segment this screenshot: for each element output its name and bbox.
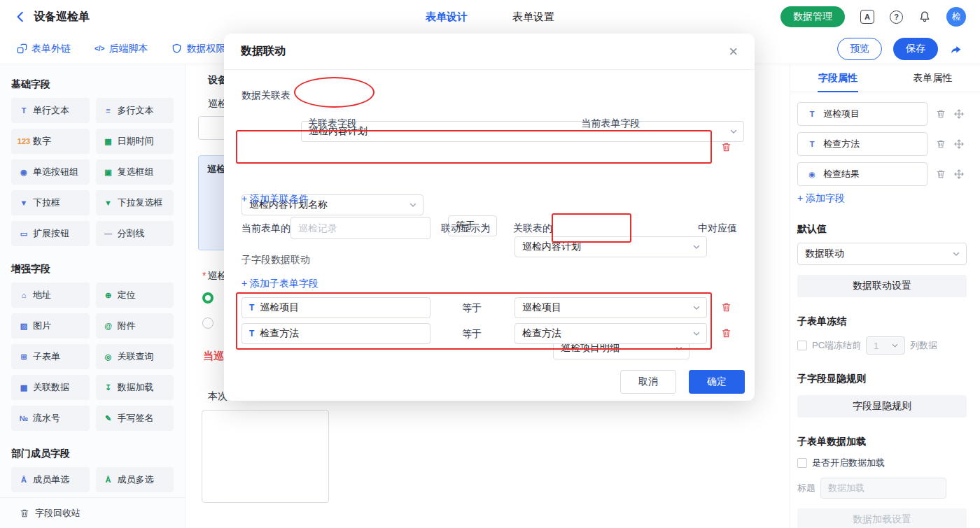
subfield-list: T 巡检项目 T 检查方法 bbox=[797, 102, 965, 186]
sidebar-field-button[interactable]: ◉ 单选按钮组 bbox=[11, 159, 90, 185]
tab-form-design[interactable]: 表单设计 bbox=[426, 10, 468, 24]
back-button[interactable] bbox=[14, 10, 27, 23]
language-icon[interactable]: A bbox=[860, 10, 874, 24]
visibility-rules-title: 子字段显隐规则 bbox=[797, 373, 965, 385]
sidebar-field-button[interactable]: ≡ 多行文本 bbox=[96, 98, 174, 123]
delete-subfield-icon[interactable] bbox=[721, 328, 732, 338]
field-type-icon: ◉ bbox=[17, 168, 31, 177]
subfield-target-select[interactable]: 检查方法 bbox=[514, 323, 707, 344]
data-load-settings-button[interactable]: 数据加载设置 bbox=[797, 508, 967, 528]
chevron-down-icon bbox=[692, 329, 701, 338]
sidebar-field-button[interactable]: ↧ 数据加载 bbox=[96, 375, 174, 400]
sidebar-field-button[interactable]: ⊞ 子表单 bbox=[11, 344, 90, 369]
radio-option-selected[interactable] bbox=[202, 292, 214, 304]
sidebar-field-button[interactable]: Å 成员多选 bbox=[96, 467, 174, 492]
data-load-checkbox[interactable] bbox=[797, 458, 807, 468]
column-header-left: 关联表字段 bbox=[241, 117, 424, 130]
preview-button[interactable]: 预览 bbox=[837, 38, 882, 60]
sidebar-field-button[interactable]: ▨ 图片 bbox=[11, 313, 90, 338]
radio-option-unselected[interactable] bbox=[202, 317, 214, 329]
move-field-icon[interactable] bbox=[954, 139, 964, 149]
sidebar-field-button[interactable]: 123 数字 bbox=[11, 129, 90, 154]
default-value-select[interactable]: 数据联动 bbox=[797, 243, 967, 265]
tab-form-properties[interactable]: 表单属性 bbox=[886, 64, 980, 92]
subfield-source-label: 巡检项目 bbox=[260, 301, 299, 314]
field-type-icon: ⊞ bbox=[17, 352, 31, 362]
text-field-icon: T bbox=[249, 303, 254, 313]
title-field-label: 标题 bbox=[797, 482, 816, 494]
cancel-button[interactable]: 取消 bbox=[620, 370, 676, 394]
freeze-count-select[interactable]: 1 bbox=[866, 336, 905, 355]
sidebar-field-button[interactable]: № 流水号 bbox=[11, 406, 90, 431]
canvas-image-upload-box[interactable] bbox=[202, 410, 329, 503]
condition-target-select[interactable]: 巡检内容计划 bbox=[514, 236, 707, 257]
current-field-input[interactable] bbox=[290, 217, 430, 239]
subfield-source-box[interactable]: T 检查方法 bbox=[241, 323, 430, 344]
data-load-title-input[interactable]: 数据加载 bbox=[820, 478, 946, 499]
sidebar-field-button[interactable]: ◎ 关联查询 bbox=[96, 344, 174, 369]
language-glyph: A bbox=[864, 13, 870, 21]
tab-form-settings[interactable]: 表单设置 bbox=[512, 10, 554, 24]
sidebar-field-button[interactable]: ▩ 关联数据 bbox=[11, 375, 90, 400]
sidebar-field-button[interactable]: ▼ 下拉框 bbox=[11, 190, 90, 215]
add-subfield-link[interactable]: + 添加子表单字段 bbox=[241, 278, 318, 290]
sidebar-field-button[interactable]: ▦ 日期时间 bbox=[96, 129, 174, 154]
move-field-icon[interactable] bbox=[954, 109, 964, 119]
add-field-link[interactable]: + 添加字段 bbox=[797, 192, 965, 205]
chevron-down-icon bbox=[952, 250, 960, 258]
move-field-icon[interactable] bbox=[954, 169, 964, 179]
sidebar-field-button[interactable]: Å 成员单选 bbox=[11, 467, 90, 492]
map-row-suffix: 中对应值 bbox=[698, 217, 737, 239]
header-actions: 数据管理 A ? 检 bbox=[780, 6, 966, 27]
sidebar-field-button[interactable]: T 单行文本 bbox=[11, 98, 90, 123]
toolbar-item-backend-script[interactable]: </> 后端脚本 bbox=[94, 43, 148, 55]
sidebar-field-button[interactable]: — 分割线 bbox=[96, 221, 174, 246]
share-icon[interactable] bbox=[949, 42, 963, 56]
subfield-item[interactable]: T 检查方法 bbox=[797, 132, 927, 156]
sidebar-field-button[interactable]: ⊕ 定位 bbox=[96, 283, 174, 308]
data-load-title: 子表单数据加载 bbox=[797, 436, 965, 448]
sidebar-field-button[interactable]: @ 附件 bbox=[96, 313, 174, 338]
subfield-item[interactable]: ◉ 检查结果 bbox=[797, 162, 927, 186]
delete-condition-icon[interactable] bbox=[721, 142, 732, 152]
subfield-linkage-rows: T 巡检项目 等于 巡检项目 T 检查方法 等于 bbox=[224, 297, 755, 349]
data-management-button[interactable]: 数据管理 bbox=[780, 6, 845, 27]
sidebar-field-button[interactable]: ⌂ 地址 bbox=[11, 283, 90, 308]
sidebar-field-button[interactable]: ▣ 复选框组 bbox=[96, 159, 174, 185]
subfield-target-value: 巡检项目 bbox=[522, 301, 561, 314]
default-value-text: 数据联动 bbox=[805, 248, 844, 260]
freeze-checkbox[interactable] bbox=[797, 341, 807, 350]
recycle-bin[interactable]: 字段回收站 bbox=[0, 497, 185, 528]
avatar[interactable]: 检 bbox=[946, 7, 966, 27]
delete-subfield-icon[interactable] bbox=[721, 302, 732, 313]
sidebar-field-button[interactable]: ▼ 下拉复选框 bbox=[96, 190, 174, 215]
save-button[interactable]: 保存 bbox=[893, 38, 938, 60]
field-label: 定位 bbox=[118, 289, 136, 301]
confirm-button[interactable]: 确定 bbox=[689, 370, 745, 394]
link-icon bbox=[17, 43, 27, 54]
subfield-target-select[interactable]: 巡检项目 bbox=[514, 297, 707, 318]
toolbar-item-data-permission[interactable]: 数据权限 bbox=[172, 43, 225, 55]
notification-bell-icon[interactable] bbox=[918, 10, 931, 23]
delete-field-icon[interactable] bbox=[936, 169, 946, 179]
help-icon[interactable]: ? bbox=[890, 10, 903, 24]
sidebar-field-button[interactable]: ▭ 扩展按钮 bbox=[11, 221, 90, 246]
subfield-source-box[interactable]: T 巡检项目 bbox=[241, 297, 430, 318]
tab-field-properties[interactable]: 字段属性 bbox=[790, 64, 886, 92]
sidebar-field-button[interactable]: ✎ 手写签名 bbox=[96, 406, 174, 431]
toolbar-item-external-link[interactable]: 表单外链 bbox=[17, 43, 71, 55]
delete-field-icon[interactable] bbox=[936, 109, 946, 119]
field-type-icon: Å bbox=[17, 476, 31, 484]
subfield-target-value: 检查方法 bbox=[522, 327, 561, 340]
data-linkage-modal: 数据联动 × 数据关联表 巡检内容计划 关联表字段 当前表单字段 巡检内容计划名… bbox=[224, 34, 755, 401]
subfield-item[interactable]: T 巡检项目 bbox=[797, 102, 927, 126]
linkage-settings-button[interactable]: 数据联动设置 bbox=[797, 275, 967, 297]
add-condition-link[interactable]: + 添加关联条件 bbox=[241, 193, 309, 206]
visibility-rules-button[interactable]: 字段显隐规则 bbox=[797, 395, 967, 418]
delete-field-icon[interactable] bbox=[936, 139, 946, 149]
data-load-label: 是否开启数据加载 bbox=[812, 457, 885, 469]
field-type-icon: 123 bbox=[17, 137, 31, 145]
recycle-bin-label: 字段回收站 bbox=[35, 507, 80, 520]
modal-title: 数据联动 bbox=[241, 44, 286, 59]
close-icon[interactable]: × bbox=[729, 44, 738, 59]
